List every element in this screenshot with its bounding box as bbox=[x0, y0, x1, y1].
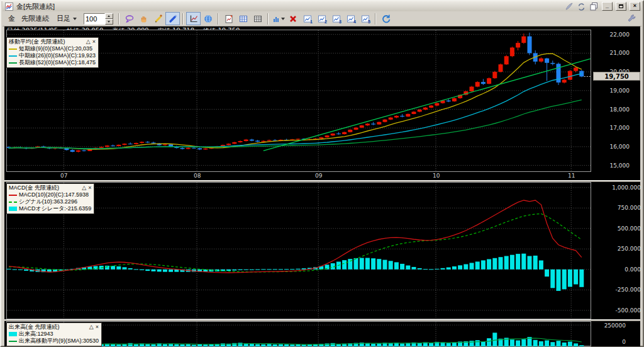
app-icon bbox=[4, 2, 14, 11]
lasso-tool-button[interactable] bbox=[122, 12, 136, 25]
legend-item: シグナル(10):363.2296 bbox=[9, 198, 91, 205]
y-axis-label: 250000 bbox=[593, 322, 626, 329]
settings-wrench-icon[interactable] bbox=[625, 12, 639, 25]
y-axis-label: 500.000 bbox=[593, 225, 641, 232]
delete-indicator-button[interactable] bbox=[286, 12, 300, 25]
y-axis-label: 17,000 bbox=[593, 125, 630, 131]
y-axis-label: 18,000 bbox=[593, 106, 630, 113]
chart-preset-4-button[interactable]: 4 bbox=[343, 12, 358, 25]
legend-swatch-icon bbox=[9, 195, 17, 196]
toolbar: 金 先限連続 日足 1 2 3 4 5 bbox=[3, 11, 641, 26]
symbol-label[interactable]: 金 bbox=[8, 14, 15, 23]
legend-collapse-button[interactable]: △ bbox=[82, 185, 86, 191]
y-axis-label: 1,000.000 bbox=[593, 185, 641, 191]
trendline bbox=[264, 59, 591, 151]
y-axis-label: 0 bbox=[593, 339, 626, 345]
legend-swatch-icon bbox=[9, 207, 17, 211]
y-axis-label: 19,000 bbox=[593, 88, 630, 94]
toolbar-separator bbox=[375, 13, 376, 25]
legend-item: 出来高移動平均(9)(SMA):30530 bbox=[9, 338, 99, 344]
x-axis-label: 09 bbox=[315, 173, 322, 179]
bar-count-input[interactable] bbox=[84, 13, 105, 25]
titlebar: 金[先限連続] _ × bbox=[3, 1, 641, 11]
bar-count-spinner bbox=[84, 13, 113, 25]
axes-chart-button[interactable] bbox=[186, 12, 201, 25]
maximize-button[interactable] bbox=[616, 2, 626, 11]
legend-item: MACD(10)(20)(C):147.5938 bbox=[9, 191, 91, 198]
sma-line-26 bbox=[9, 74, 582, 149]
annotate-pen-icon[interactable] bbox=[564, 2, 574, 11]
ma-legend: 移動平均(金 先限連続) △× 短期線(9)(0)(SMA)(C):20,035… bbox=[6, 37, 99, 68]
y-axis-label: 0.000 bbox=[593, 266, 641, 273]
y-axis-label: 21,000 bbox=[593, 50, 630, 56]
legend-item: MACDオシレータ:-215.6359 bbox=[9, 205, 91, 212]
y-axis-label: 250.000 bbox=[593, 246, 641, 252]
period-dropdown[interactable]: 日足 bbox=[55, 13, 79, 24]
legend-item: 中期線(26)(0)(SMA)(C):19,923 bbox=[9, 52, 96, 59]
legend-swatch-icon bbox=[9, 55, 17, 57]
x-axis-label: 11 bbox=[568, 173, 575, 179]
contract-label[interactable]: 先限連続 bbox=[21, 14, 49, 23]
macd-legend: MACD(金 先限連続) △× MACD(10)(20)(C):147.5938… bbox=[6, 183, 94, 214]
grid-view-button[interactable] bbox=[250, 12, 265, 25]
spinner-up-button[interactable] bbox=[105, 13, 113, 19]
sma-line-52 bbox=[9, 100, 582, 149]
new-chart-page-button[interactable] bbox=[221, 12, 236, 25]
y-axis-label: 16,000 bbox=[593, 144, 630, 150]
window-title: 金[先限連続] bbox=[16, 2, 55, 11]
legend-collapse-button[interactable]: △ bbox=[86, 38, 91, 45]
chart-preset-2-button[interactable]: 2 bbox=[314, 12, 329, 25]
minimize-button[interactable]: _ bbox=[602, 2, 613, 11]
hand-tool-button[interactable] bbox=[136, 12, 151, 25]
legend-item: 出来高:12943 bbox=[9, 331, 99, 338]
toolbar-separator bbox=[218, 13, 219, 25]
legend-swatch-icon bbox=[9, 332, 17, 336]
chart-preset-1-button[interactable]: 1 bbox=[300, 12, 314, 25]
indicator-histogram-button[interactable] bbox=[271, 12, 286, 25]
volume-legend-title: 出来高(金 先限連続) bbox=[9, 324, 60, 331]
ma-legend-title: 移動平均(金 先限連続) bbox=[9, 38, 65, 45]
chart-preset-5-button[interactable]: 5 bbox=[358, 12, 372, 25]
chevron-down-icon bbox=[281, 18, 285, 20]
legend-item: 短期線(9)(0)(SMA)(C):20,035 bbox=[9, 45, 96, 52]
toolbar-separator bbox=[267, 13, 269, 25]
x-axis-label: 08 bbox=[194, 173, 201, 179]
pencil-tool-button[interactable] bbox=[151, 12, 165, 25]
toolbar-separator bbox=[118, 13, 119, 25]
legend-close-button[interactable]: × bbox=[92, 38, 96, 45]
y-axis-label: -500.000 bbox=[593, 307, 641, 314]
chart-preset-3-button[interactable]: 3 bbox=[329, 12, 343, 25]
brush-tool-button[interactable] bbox=[165, 12, 180, 25]
legend-swatch-icon bbox=[9, 341, 17, 342]
volume-legend: 出来高(金 先限連続) △× 出来高:12943出来高移動平均(9)(SMA):… bbox=[6, 322, 102, 346]
sma-line-9 bbox=[9, 54, 582, 149]
price-x-axis: 0708091011 bbox=[6, 172, 591, 180]
sync-icon[interactable] bbox=[576, 2, 586, 11]
x-axis-label: 07 bbox=[60, 173, 67, 179]
quote-table-button[interactable] bbox=[236, 12, 250, 25]
legend-swatch-icon bbox=[9, 202, 17, 203]
legend-collapse-button[interactable]: △ bbox=[89, 324, 94, 330]
refresh-button[interactable] bbox=[379, 12, 393, 25]
y-axis-label: 22,000 bbox=[593, 31, 630, 38]
legend-swatch-icon bbox=[9, 62, 17, 64]
legend-swatch-icon bbox=[9, 48, 17, 50]
legend-close-button[interactable]: × bbox=[96, 324, 99, 330]
spinner-down-button[interactable] bbox=[105, 19, 113, 25]
legend-close-button[interactable]: × bbox=[88, 185, 91, 191]
y-axis-label: 750.000 bbox=[593, 205, 641, 211]
globe-button[interactable] bbox=[201, 12, 215, 25]
macd-histogram bbox=[7, 254, 584, 291]
x-axis-label: 10 bbox=[433, 173, 440, 179]
macd-legend-title: MACD(金 先限連続) bbox=[9, 185, 59, 191]
y-axis-label: -250.000 bbox=[593, 287, 641, 293]
chart-client-area: 日付:2025/11/05始値:20,050高値:20,099安値:19,718… bbox=[4, 26, 640, 346]
app-window: 金[先限連続] _ × 金 先限連続 日足 bbox=[0, 0, 644, 347]
close-button[interactable]: × bbox=[630, 2, 640, 11]
copy-window-icon[interactable] bbox=[589, 2, 599, 11]
volume-y-axis: 2500000 bbox=[593, 321, 626, 346]
price-y-axis: 22,00021,00020,00019,00018,00017,00016,0… bbox=[593, 30, 630, 172]
last-price-badge: 19,750 bbox=[593, 72, 640, 81]
toolbar-separator bbox=[182, 13, 184, 25]
chevron-down-icon bbox=[73, 18, 77, 20]
